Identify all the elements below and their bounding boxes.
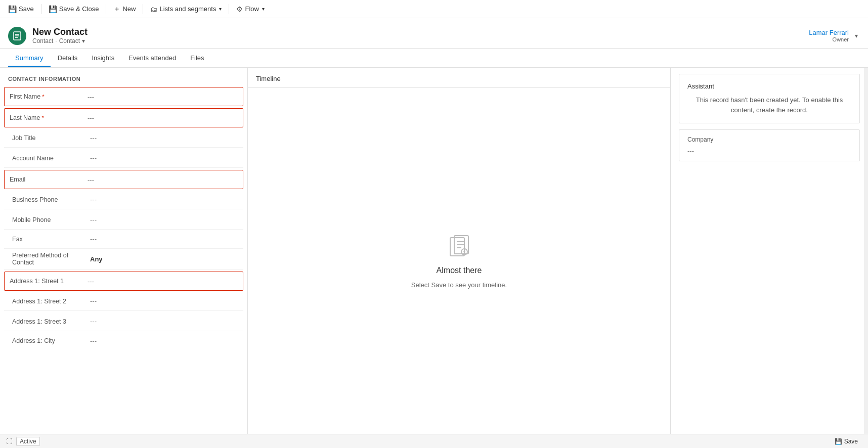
mobile-phone-row: Mobile Phone --- <box>4 210 243 230</box>
right-panel: Assistant This record hasn't been create… <box>671 68 868 434</box>
flow-label: Flow <box>245 5 258 13</box>
job-title-label: Job Title <box>12 135 88 142</box>
header-chevron-button[interactable]: ▾ <box>853 30 860 41</box>
lists-segments-label: Lists and segments <box>159 5 216 13</box>
fax-label: Fax <box>12 236 88 243</box>
page-header: New Contact Contact · Contact ▾ Lamar Fe… <box>0 18 868 49</box>
email-row[interactable]: Email --- <box>4 170 243 189</box>
first-name-required-star: * <box>42 94 44 100</box>
preferred-method-row: Preferred Method of Contact Any <box>4 249 243 270</box>
breadcrumb: Contact · Contact ▾ <box>32 37 88 44</box>
header-left: New Contact Contact · Contact ▾ <box>8 27 88 45</box>
save-close-icon: 💾 <box>49 5 57 13</box>
address1-street2-label: Address 1: Street 2 <box>12 298 88 305</box>
save-label: Save <box>19 5 34 13</box>
first-name-label: First Name * <box>10 93 85 100</box>
tab-events-attended[interactable]: Events attended <box>121 50 183 67</box>
preferred-method-value[interactable]: Any <box>88 254 235 264</box>
account-name-row: Account Name --- <box>4 149 243 168</box>
email-value[interactable]: --- <box>85 175 238 185</box>
business-phone-value[interactable]: --- <box>88 195 235 204</box>
owner-name[interactable]: Lamar Ferrari <box>809 29 849 36</box>
flow-button[interactable]: ⚙ Flow ▾ <box>232 1 268 17</box>
business-phone-row: Business Phone --- <box>4 190 243 209</box>
lists-segments-button[interactable]: 🗂 Lists and segments ▾ <box>146 1 226 17</box>
breadcrumb-dropdown-icon[interactable]: ▾ <box>82 37 85 44</box>
fax-value[interactable]: --- <box>88 234 235 244</box>
fax-row: Fax --- <box>4 230 243 249</box>
lists-icon: 🗂 <box>150 5 157 13</box>
company-value[interactable]: --- <box>687 147 851 155</box>
address1-city-value[interactable]: --- <box>88 336 235 346</box>
address1-street3-label: Address 1: Street 3 <box>12 318 88 325</box>
owner-label: Owner <box>809 36 849 42</box>
toolbar: 💾 Save 💾 Save & Close ＋ New 🗂 Lists and … <box>0 0 868 18</box>
company-title: Company <box>687 136 851 143</box>
flow-icon: ⚙ <box>236 5 243 13</box>
last-name-row[interactable]: Last Name * --- <box>4 108 243 127</box>
account-name-value[interactable]: --- <box>88 153 235 163</box>
toolbar-separator-4 <box>229 4 229 14</box>
email-label: Email <box>10 176 85 183</box>
job-title-value[interactable]: --- <box>88 133 235 143</box>
app-icon <box>8 27 26 45</box>
timeline-body: Almost there Select Save to see your tim… <box>248 88 670 434</box>
address1-street2-value[interactable]: --- <box>88 296 235 306</box>
assistant-title: Assistant <box>687 82 851 90</box>
status-bar: ⛶ Active 💾 Save <box>0 434 868 448</box>
address1-street3-row: Address 1: Street 3 --- <box>4 312 243 331</box>
save-close-button[interactable]: 💾 Save & Close <box>45 1 103 17</box>
status-save-icon: 💾 <box>835 438 842 445</box>
mobile-phone-label: Mobile Phone <box>12 216 88 223</box>
status-active-badge[interactable]: Active <box>16 437 40 446</box>
breadcrumb-separator: · <box>55 37 57 44</box>
timeline-header: Timeline <box>248 68 670 88</box>
plus-icon: ＋ <box>113 5 120 14</box>
first-name-value[interactable]: --- <box>85 92 238 102</box>
status-active-area: Active <box>16 437 40 446</box>
first-name-row[interactable]: First Name * --- <box>4 87 243 106</box>
last-name-required-star: * <box>41 115 44 121</box>
tab-files[interactable]: Files <box>183 50 211 67</box>
lists-dropdown-icon: ▾ <box>219 6 222 12</box>
save-icon: 💾 <box>8 5 17 13</box>
last-name-label: Last Name * <box>10 114 85 121</box>
address1-city-row: Address 1: City --- <box>4 331 243 350</box>
status-save-label: Save <box>844 438 858 445</box>
page-title-block: New Contact Contact · Contact ▾ <box>32 27 88 44</box>
account-name-label: Account Name <box>12 155 88 162</box>
new-button[interactable]: ＋ New <box>109 1 140 17</box>
timeline-empty-icon <box>446 234 472 260</box>
breadcrumb-contact-link[interactable]: Contact <box>32 37 53 44</box>
toolbar-separator-1 <box>41 4 41 14</box>
toolbar-separator-3 <box>143 4 143 14</box>
timeline-almost-there: Almost there <box>437 266 482 275</box>
right-scrollbar[interactable] <box>864 68 868 434</box>
address1-street1-row[interactable]: Address 1: Street 1 --- <box>4 272 243 291</box>
breadcrumb-contact-link2[interactable]: Contact <box>59 37 80 44</box>
assistant-card: Assistant This record hasn't been create… <box>679 74 860 123</box>
timeline-subtext: Select Save to see your timeline. <box>411 281 507 289</box>
last-name-value[interactable]: --- <box>85 113 238 123</box>
address1-street1-label: Address 1: Street 1 <box>10 278 85 285</box>
address1-street2-row: Address 1: Street 2 --- <box>4 292 243 311</box>
status-save-button[interactable]: 💾 Save <box>831 437 862 446</box>
address1-city-label: Address 1: City <box>12 337 88 344</box>
save-button[interactable]: 💾 Save <box>4 1 38 17</box>
middle-panel: Timeline Almost there Select Save to see… <box>248 68 671 434</box>
main-content: CONTACT INFORMATION First Name * --- Las… <box>0 68 868 434</box>
mobile-phone-value[interactable]: --- <box>88 215 235 225</box>
page-title: New Contact <box>32 27 88 37</box>
toolbar-separator-2 <box>106 4 106 14</box>
company-card: Company --- <box>679 129 860 161</box>
expand-icon[interactable]: ⛶ <box>6 438 12 445</box>
assistant-body: This record hasn't been created yet. To … <box>687 95 851 115</box>
left-panel: CONTACT INFORMATION First Name * --- Las… <box>0 68 248 434</box>
tab-summary[interactable]: Summary <box>8 50 51 67</box>
business-phone-label: Business Phone <box>12 196 88 203</box>
address1-street1-value[interactable]: --- <box>85 277 238 286</box>
tab-details[interactable]: Details <box>51 50 85 67</box>
tab-insights[interactable]: Insights <box>84 50 121 67</box>
status-right: 💾 Save <box>831 437 862 446</box>
address1-street3-value[interactable]: --- <box>88 317 235 326</box>
